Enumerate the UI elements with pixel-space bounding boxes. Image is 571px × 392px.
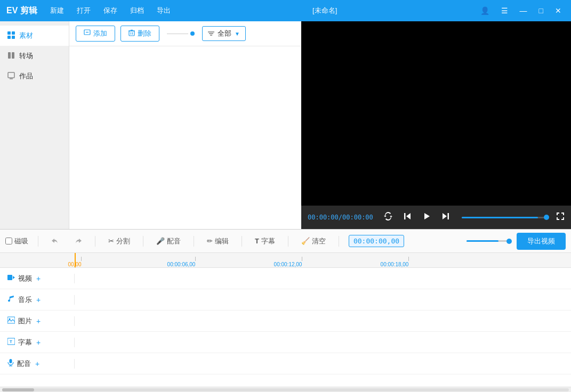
track-label-image: 图片 +	[0, 316, 75, 326]
video-time: 00:00:00/00:00:00	[308, 214, 373, 221]
ruler-marker-0: 00,00	[75, 257, 88, 267]
dubbing-button[interactable]: 🎤 配音	[153, 235, 184, 248]
video-track-content[interactable]	[75, 268, 571, 289]
sidebar-item-material[interactable]: 素材	[0, 26, 69, 46]
subtitle-track-content[interactable]	[75, 332, 571, 353]
add-dubbing-button[interactable]: +	[35, 360, 39, 368]
add-button[interactable]: 添加	[76, 26, 115, 42]
timeline-toolbar: 磁吸 ✂ 分割 🎤 配音 ✏ 编辑	[0, 230, 571, 253]
svg-rect-22	[447, 213, 449, 219]
dubbing-track-icon	[7, 359, 14, 368]
timeline-scrollbar	[0, 387, 571, 392]
sidebar: 素材 转场 作品	[0, 21, 69, 229]
svg-rect-1	[12, 31, 15, 35]
add-music-button[interactable]: +	[36, 296, 41, 304]
add-video-button[interactable]: +	[36, 274, 41, 283]
delete-icon	[128, 29, 135, 38]
svg-marker-24	[13, 276, 15, 279]
timeline-cursor	[75, 253, 76, 267]
user-icon[interactable]: 👤	[477, 5, 493, 16]
maximize-button[interactable]: □	[536, 5, 546, 16]
track-label-image-text: 图片	[18, 316, 32, 326]
svg-rect-4	[8, 52, 11, 59]
track-label-video-text: 视频	[18, 274, 32, 283]
magnet-input[interactable]	[5, 238, 12, 244]
top-section: 素材 转场 作品	[0, 21, 571, 229]
sidebar-item-material-label: 素材	[19, 31, 33, 40]
toolbar-divider-1	[38, 236, 38, 247]
toolbar-divider-7	[339, 236, 339, 247]
video-progress-bar[interactable]	[462, 217, 546, 218]
track-label-music: 音乐 +	[0, 295, 75, 305]
content-body	[69, 46, 301, 229]
fullscreen-button[interactable]	[556, 212, 565, 223]
filter-dropdown[interactable]: 全部 ▼	[202, 26, 246, 41]
edit-button[interactable]: ✏ 编辑	[204, 235, 232, 248]
track-label-dubbing: 配音 +	[0, 359, 75, 369]
edit-label: 编辑	[215, 236, 229, 246]
track-row-image: 图片 +	[0, 311, 571, 332]
svg-rect-19	[404, 213, 406, 219]
subtitle-button[interactable]: T 字幕	[252, 235, 278, 248]
music-track-content[interactable]	[75, 289, 571, 310]
subtitle-label: 字幕	[261, 236, 275, 246]
scrollbar-thumb[interactable]	[2, 388, 34, 391]
track-label-dubbing-text: 配音	[17, 359, 31, 369]
minimize-button[interactable]: —	[517, 5, 530, 16]
sidebar-item-works[interactable]: 作品	[0, 66, 69, 86]
svg-rect-5	[12, 52, 14, 59]
image-track-content[interactable]	[75, 311, 571, 331]
music-track-icon	[7, 295, 15, 304]
toolbar-divider-3	[143, 236, 143, 247]
dubbing-track-content[interactable]	[75, 353, 571, 374]
undo-button[interactable]	[48, 236, 63, 247]
svg-marker-21	[443, 213, 447, 219]
svg-rect-25	[7, 317, 15, 323]
zoom-track[interactable]	[467, 240, 509, 242]
timeline-section: 磁吸 ✂ 分割 🎤 配音 ✏ 编辑	[0, 229, 571, 392]
add-subtitle-button[interactable]: +	[36, 338, 41, 347]
split-icon: ✂	[108, 237, 114, 245]
clear-button[interactable]: 🧹 清空	[298, 235, 329, 248]
add-image-button[interactable]: +	[36, 317, 41, 325]
filter-label: 全部	[218, 29, 231, 38]
play-button[interactable]	[420, 211, 433, 224]
title-bar: EV 剪辑 新建 打开 保存 归档 导出 [未命名] 👤 ☰ — □ ✕	[0, 0, 571, 21]
next-button[interactable]	[439, 211, 452, 224]
app-logo: EV 剪辑	[6, 5, 37, 17]
sidebar-item-works-label: 作品	[19, 71, 33, 81]
add-icon	[84, 29, 91, 38]
ruler-marker-2: 00:00:12,00	[288, 257, 316, 267]
menu-save[interactable]: 保存	[101, 5, 119, 17]
content-toolbar: 添加 删除	[69, 21, 301, 46]
image-track-icon	[7, 316, 15, 325]
scrollbar-track[interactable]	[2, 388, 569, 391]
sidebar-item-transition[interactable]: 转场	[0, 46, 69, 66]
magnet-checkbox[interactable]: 磁吸	[5, 236, 28, 246]
menu-archive[interactable]: 归档	[128, 5, 146, 17]
track-label-music-text: 音乐	[18, 295, 32, 305]
transition-icon	[7, 52, 15, 61]
split-button[interactable]: ✂ 分割	[105, 235, 133, 248]
menu-export[interactable]: 导出	[155, 5, 173, 17]
dubbing-icon: 🎤	[156, 237, 165, 245]
ruler-marker-3: 00:00:18,00	[395, 257, 423, 267]
menu-new[interactable]: 新建	[48, 5, 66, 17]
menu-open[interactable]: 打开	[75, 5, 93, 17]
close-button[interactable]: ✕	[552, 5, 565, 16]
track-label-subtitle: T 字幕 +	[0, 338, 75, 347]
redo-button[interactable]	[70, 236, 85, 247]
video-screen	[301, 21, 571, 206]
svg-rect-29	[10, 359, 12, 363]
reload-button[interactable]	[382, 211, 395, 224]
delete-button[interactable]: 删除	[120, 26, 159, 42]
app-container: 素材 转场 作品	[0, 21, 571, 392]
track-row-dubbing: 配音 +	[0, 353, 571, 374]
settings-icon[interactable]: ☰	[498, 5, 511, 16]
svg-rect-2	[7, 36, 11, 39]
export-video-button[interactable]: 导出视频	[517, 233, 566, 250]
left-panel: 素材 转场 作品	[0, 21, 301, 229]
svg-rect-6	[8, 72, 14, 78]
prev-button[interactable]	[401, 211, 414, 224]
material-icon	[7, 31, 15, 40]
